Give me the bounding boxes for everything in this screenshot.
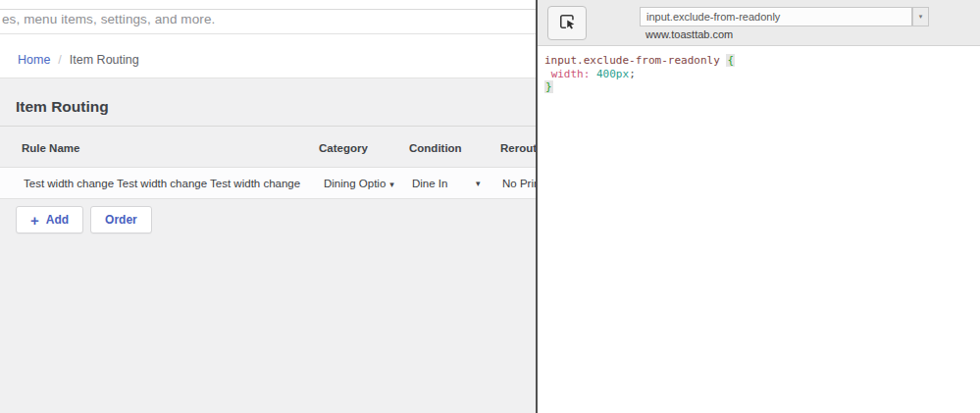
screen: es, menu items, settings, and more. Home… <box>0 0 980 413</box>
table-row: Test width change Test width change Test… <box>0 168 536 199</box>
column-header-condition: Condition <box>409 142 462 154</box>
rule-name-cell: Test width change Test width change Test… <box>24 168 300 199</box>
add-button[interactable]: + Add <box>16 206 83 233</box>
search-top-border <box>0 9 536 10</box>
search-input[interactable]: es, menu items, settings, and more. <box>2 12 215 26</box>
css-line-close: } <box>544 80 980 94</box>
element-picker-button[interactable] <box>547 6 587 40</box>
breadcrumb-home-link[interactable]: Home <box>18 53 50 67</box>
css-line-selector: input.exclude-from-readonly { <box>544 54 980 68</box>
category-dropdown-label: Dining Optio <box>324 178 386 189</box>
column-header-category: Category <box>319 142 368 154</box>
page-title: Item Routing <box>16 98 109 116</box>
add-button-label: Add <box>46 213 69 227</box>
divider <box>0 33 536 34</box>
close-brace-token: } <box>544 80 553 93</box>
plus-icon: + <box>30 213 39 228</box>
chevron-down-icon[interactable]: ▾ <box>476 168 481 199</box>
condition-dropdown[interactable]: Dine In <box>412 168 447 199</box>
open-brace-token: { <box>726 54 735 67</box>
css-line-declaration: width: 400px; <box>544 68 980 81</box>
order-button-label: Order <box>105 213 137 227</box>
column-header-rule-name: Rule Name <box>22 142 79 154</box>
css-editor-toolbar: input.exclude-from-readonly ▾ www.toastt… <box>538 0 980 46</box>
css-property-token: width: <box>551 68 591 80</box>
css-code-editor[interactable]: input.exclude-from-readonly { width: 400… <box>538 46 980 94</box>
divider <box>0 126 536 127</box>
chevron-down-icon: ▾ <box>389 180 394 189</box>
css-selector-token: input.exclude-from-readonly <box>544 54 720 67</box>
breadcrumb: Home / Item Routing <box>18 53 139 67</box>
semicolon-token: ; <box>629 68 636 80</box>
category-dropdown[interactable]: Dining Optio▾ <box>324 168 394 199</box>
breadcrumb-separator: / <box>58 53 61 67</box>
element-picker-icon <box>556 11 578 36</box>
column-header-reroute: Reroute <box>500 142 536 154</box>
breadcrumb-current: Item Routing <box>70 53 139 67</box>
reroute-cell: No Prin <box>502 168 536 199</box>
css-editor-pane: input.exclude-from-readonly ▾ www.toastt… <box>538 0 980 413</box>
order-button[interactable]: Order <box>90 206 152 233</box>
selector-input[interactable]: input.exclude-from-readonly <box>640 7 912 26</box>
toast-admin-pane: es, menu items, settings, and more. Home… <box>0 0 536 413</box>
css-value-token: 400px <box>596 68 629 80</box>
site-label: www.toasttab.com <box>645 28 733 40</box>
table-actions: + Add Order <box>16 206 152 233</box>
item-routing-section: Item Routing Rule Name Category Conditio… <box>0 78 536 413</box>
selector-dropdown-button[interactable]: ▾ <box>912 7 929 26</box>
